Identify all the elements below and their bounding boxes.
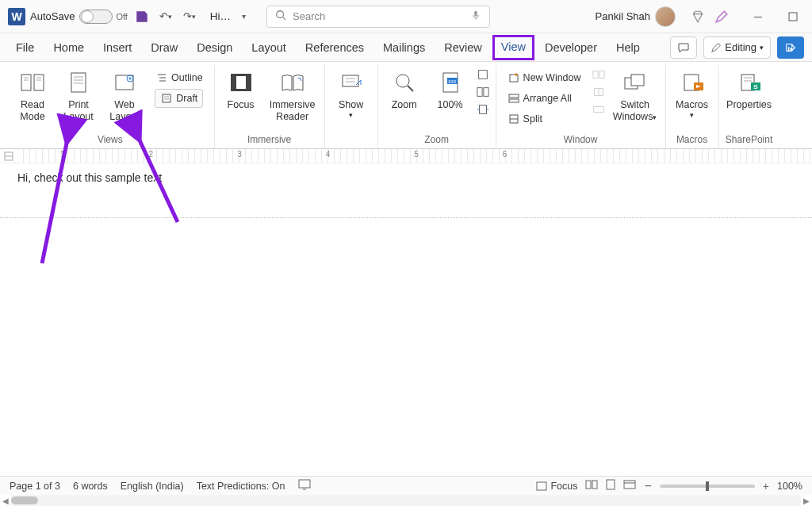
properties-button[interactable]: S Properties xyxy=(726,68,773,111)
group-label-show xyxy=(331,134,371,148)
immersive-reader-button[interactable]: Immersive Reader xyxy=(267,68,318,123)
view-web-icon[interactable] xyxy=(623,480,636,492)
properties-icon: S xyxy=(735,68,764,97)
tab-help[interactable]: Help xyxy=(608,36,648,59)
autosave-state: Off xyxy=(116,12,127,21)
hscroll-thumb[interactable] xyxy=(11,496,38,504)
macros-button[interactable]: Macros ▾ xyxy=(672,68,712,120)
macros-icon xyxy=(678,68,707,97)
zoom-button[interactable]: Zoom xyxy=(385,68,424,111)
group-label-views: Views xyxy=(13,134,208,148)
tab-view[interactable]: View xyxy=(493,36,534,59)
tab-developer[interactable]: Developer xyxy=(537,36,605,59)
diamond-icon[interactable] xyxy=(688,7,707,26)
draft-button[interactable]: Draft xyxy=(155,89,203,108)
svg-rect-50 xyxy=(599,71,603,79)
switch-windows-button[interactable]: Switch Windows▾ xyxy=(611,68,659,123)
doc-title-short[interactable]: Hi… xyxy=(210,10,231,22)
tab-design[interactable]: Design xyxy=(189,36,240,59)
ribbon-group-views: Read Mode Print Layout Web Layout Outlin… xyxy=(6,65,215,148)
arrange-all-button[interactable]: Arrange All xyxy=(503,89,576,108)
tab-review[interactable]: Review xyxy=(436,36,490,59)
svg-rect-7 xyxy=(34,75,44,90)
ruler-corner-icon[interactable] xyxy=(0,149,17,163)
group-label-sharepoint: SharePoint xyxy=(726,134,773,148)
ruler[interactable]: 123456 xyxy=(0,149,812,163)
svg-rect-68 xyxy=(537,482,546,490)
svg-rect-66 xyxy=(299,480,310,488)
status-predictions[interactable]: Text Predictions: On xyxy=(197,481,285,492)
svg-rect-2 xyxy=(474,11,477,17)
tab-file[interactable]: File xyxy=(8,36,42,59)
view-print-icon[interactable] xyxy=(606,479,615,493)
zoom-in-icon[interactable]: + xyxy=(763,480,769,493)
account-user[interactable]: Pankil Shah xyxy=(596,6,676,27)
redo-icon[interactable]: ↷▾ xyxy=(180,7,199,26)
svg-rect-38 xyxy=(483,88,488,97)
svg-rect-71 xyxy=(607,480,615,489)
undo-icon[interactable]: ↶▾ xyxy=(156,7,175,26)
tab-insert[interactable]: Insert xyxy=(95,36,140,59)
comments-button[interactable] xyxy=(670,36,697,59)
tab-home[interactable]: Home xyxy=(45,36,92,59)
split-button[interactable]: Split xyxy=(503,109,547,128)
document-canvas[interactable]: Hi, check out this sample text xyxy=(0,163,812,504)
autosave-knob-icon xyxy=(81,10,94,23)
zoom-out-icon[interactable]: − xyxy=(644,479,651,493)
tab-references[interactable]: References xyxy=(297,36,372,59)
view-read-icon[interactable] xyxy=(585,480,598,492)
show-button[interactable]: Show ▾ xyxy=(331,68,371,120)
tab-layout[interactable]: Layout xyxy=(243,36,294,59)
svg-rect-23 xyxy=(163,94,170,102)
page-width-icon[interactable] xyxy=(477,103,489,116)
search-input[interactable]: Search xyxy=(266,6,490,28)
side-by-side-icon[interactable] xyxy=(592,68,605,81)
web-layout-icon xyxy=(110,68,139,97)
save-icon[interactable] xyxy=(132,7,151,26)
read-mode-button[interactable]: Read Mode xyxy=(13,68,52,123)
outline-button[interactable]: Outline xyxy=(151,68,208,87)
ribbon-group-immersive: Focus Immersive Reader Immersive xyxy=(215,65,325,148)
reset-window-icon[interactable] xyxy=(592,103,605,116)
zoom-percent[interactable]: 100% xyxy=(777,481,802,492)
new-window-button[interactable]: New Window xyxy=(503,68,586,87)
horizontal-scrollbar[interactable]: ◀ ▶ xyxy=(0,495,812,506)
scroll-right-icon[interactable]: ▶ xyxy=(801,496,812,505)
sync-scroll-icon[interactable] xyxy=(592,86,605,98)
print-layout-button[interactable]: Print Layout xyxy=(59,68,98,123)
autosave-toggle[interactable] xyxy=(79,10,113,24)
svg-rect-16 xyxy=(116,75,133,90)
scroll-left-icon[interactable]: ◀ xyxy=(0,496,11,505)
share-button[interactable] xyxy=(777,36,804,59)
status-words[interactable]: 6 words xyxy=(73,481,108,492)
zoom-100-icon: 100 xyxy=(436,68,465,97)
read-mode-icon xyxy=(18,68,47,97)
web-layout-button[interactable]: Web Layout xyxy=(105,68,144,123)
zoom-100-button[interactable]: 100 100% xyxy=(431,68,470,111)
word-logo-icon: W xyxy=(8,8,25,25)
svg-rect-12 xyxy=(71,73,86,92)
multi-page-icon[interactable] xyxy=(477,86,489,98)
ruler-scale[interactable]: 123456 xyxy=(17,149,812,163)
svg-rect-70 xyxy=(592,481,597,489)
mic-icon[interactable] xyxy=(470,10,481,23)
maximize-button[interactable] xyxy=(782,6,804,28)
split-icon xyxy=(508,113,520,125)
minimize-button[interactable]: ─ xyxy=(747,6,769,28)
status-language[interactable]: English (India) xyxy=(121,481,184,492)
document-body-text[interactable]: Hi, check out this sample text xyxy=(17,171,162,184)
status-page[interactable]: Page 1 of 3 xyxy=(10,481,60,492)
editing-mode-button[interactable]: Editing ▾ xyxy=(703,36,771,59)
pen-icon[interactable] xyxy=(712,7,731,26)
zoom-slider[interactable] xyxy=(660,485,755,488)
focus-button[interactable]: Focus xyxy=(221,68,261,111)
display-settings-icon[interactable] xyxy=(298,479,311,493)
new-window-icon xyxy=(508,71,520,84)
group-label-immersive: Immersive xyxy=(221,134,318,148)
svg-point-0 xyxy=(277,11,284,18)
ribbon-group-window: New Window Arrange All Split Switch Wind… xyxy=(496,65,666,148)
tab-draw[interactable]: Draw xyxy=(143,36,186,59)
one-page-icon[interactable] xyxy=(477,68,489,81)
tab-mailings[interactable]: Mailings xyxy=(375,36,433,59)
focus-mode-icon[interactable]: Focus xyxy=(536,481,577,492)
